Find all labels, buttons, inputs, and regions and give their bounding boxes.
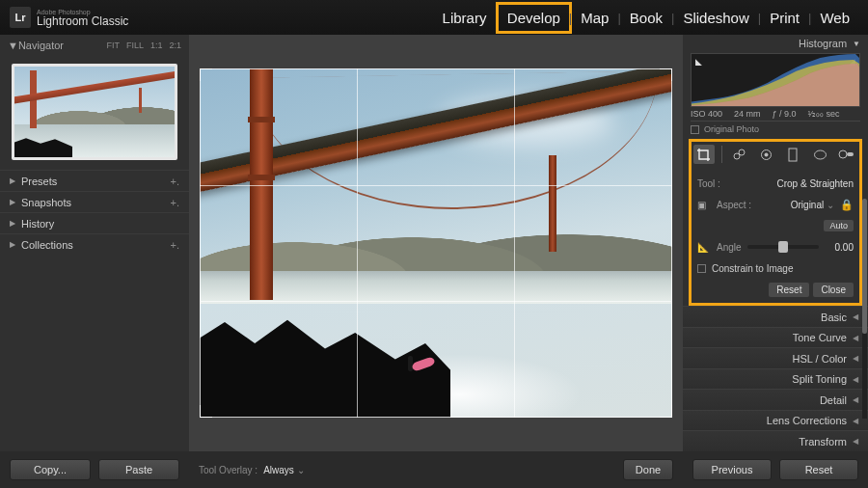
done-button[interactable]: Done <box>623 459 673 480</box>
develop-toolstrip <box>689 139 862 167</box>
svg-rect-7 <box>847 152 854 156</box>
svg-point-3 <box>765 152 769 156</box>
panel-basic[interactable]: Basic◀ <box>683 306 868 327</box>
tool-overlay-dropdown[interactable]: Always ⌄ <box>263 465 304 475</box>
subject-surfer <box>408 356 413 371</box>
panel-tone-curve[interactable]: Tone Curve◀ <box>683 327 868 348</box>
navigator-zoom-modes[interactable]: FIT FILL 1:1 2:1 <box>106 41 181 50</box>
chevron-down-icon: ▼ <box>853 40 860 48</box>
exif-strip: ISO 40024 mmƒ / 9.0¹⁄₂₀₀ sec <box>691 107 860 122</box>
panel-lens-corrections[interactable]: Lens Corrections◀ <box>683 410 868 431</box>
right-panel-scrollbar[interactable] <box>862 199 867 419</box>
image-preview[interactable] <box>200 68 672 418</box>
panel-split-toning[interactable]: Split Toning◀ <box>683 368 868 390</box>
app-name: Lightroom Classic <box>37 15 128 27</box>
module-print[interactable]: Print <box>761 5 808 31</box>
tool-adjustment-brush[interactable] <box>836 145 857 164</box>
tool-overlay-label: Tool Overlay : <box>199 465 258 475</box>
lock-icon[interactable]: 🔒 <box>840 199 854 211</box>
module-library[interactable]: Library <box>434 5 496 31</box>
original-photo-toggle[interactable]: Original Photo <box>691 122 860 138</box>
panel-detail[interactable]: Detail◀ <box>683 389 868 410</box>
panel-collections[interactable]: ▶Collections+. <box>0 233 189 255</box>
navigator-header[interactable]: ▼ Navigator FIT FILL 1:1 2:1 <box>0 35 189 56</box>
right-panel: Histogram▼ ◣ ◢ ISO 40024 mmƒ / 9.0¹⁄₂₀₀ … <box>683 35 868 451</box>
main-area: ▼ Navigator FIT FILL 1:1 2:1 ▶Presets+. … <box>0 35 868 451</box>
tool-label: Tool : <box>697 178 720 189</box>
histogram[interactable]: ◣ ◢ <box>691 53 860 107</box>
tool-crop[interactable] <box>693 145 715 164</box>
svg-point-1 <box>739 149 745 155</box>
logo-icon: Lr <box>10 7 31 28</box>
auto-straighten-button[interactable]: Auto <box>824 220 854 231</box>
develop-canvas[interactable] <box>189 35 683 451</box>
copy-settings-button[interactable]: Copy... <box>10 459 91 480</box>
constrain-checkbox[interactable] <box>697 264 706 273</box>
module-web[interactable]: Web <box>811 5 858 31</box>
svg-point-6 <box>839 150 847 158</box>
tool-redeye[interactable] <box>756 145 777 164</box>
crop-panel: Tool : Crop & Straighten ▣ Aspect : Orig… <box>689 167 862 306</box>
reset-button[interactable]: Reset <box>779 459 858 480</box>
crop-reset-button[interactable]: Reset <box>769 283 809 297</box>
aspect-label: Aspect : <box>717 200 751 210</box>
panel-transform[interactable]: Transform◀ <box>683 430 868 451</box>
tool-name: Crop & Straighten <box>777 178 854 189</box>
tool-graduated-filter[interactable] <box>782 145 803 164</box>
app-logo: Lr Adobe Photoshop Lightroom Classic <box>10 7 128 28</box>
bottom-bar: Copy... Paste Tool Overlay : Always ⌄ Do… <box>0 451 868 488</box>
paste-settings-button[interactable]: Paste <box>98 459 179 480</box>
aspect-icon[interactable]: ▣ <box>697 200 711 210</box>
checkbox-icon[interactable] <box>691 125 699 134</box>
left-panel: ▼ Navigator FIT FILL 1:1 2:1 ▶Presets+. … <box>0 35 189 451</box>
panel-presets[interactable]: ▶Presets+. <box>0 170 189 191</box>
top-bar: Lr Adobe Photoshop Lightroom Classic Lib… <box>0 0 868 35</box>
module-slideshow[interactable]: Slideshow <box>674 5 757 31</box>
panel-snapshots[interactable]: ▶Snapshots+. <box>0 191 189 212</box>
navigator-thumbnail[interactable] <box>12 64 177 160</box>
angle-icon[interactable]: 📐 <box>697 242 711 253</box>
navigator-label: Navigator <box>18 40 64 51</box>
previous-button[interactable]: Previous <box>692 459 772 480</box>
tool-spot-removal[interactable] <box>729 145 750 164</box>
angle-value[interactable]: 0.00 <box>825 242 854 253</box>
angle-label: Angle <box>717 242 742 253</box>
panel-hsl-color[interactable]: HSL / Color◀ <box>683 347 868 368</box>
module-book[interactable]: Book <box>621 5 671 31</box>
histogram-header[interactable]: Histogram▼ <box>683 35 868 53</box>
constrain-label: Constrain to Image <box>712 263 794 274</box>
module-picker: Library| Develop| Map| Book| Slideshow| … <box>434 5 858 31</box>
chevron-down-icon: ▼ <box>8 40 18 51</box>
aspect-value[interactable]: Original ⌄ <box>791 200 834 210</box>
svg-point-5 <box>814 150 826 159</box>
tool-radial-filter[interactable] <box>809 145 830 164</box>
svg-rect-4 <box>789 149 797 161</box>
angle-slider[interactable] <box>747 245 819 249</box>
module-develop[interactable]: Develop <box>499 5 569 31</box>
panel-history[interactable]: ▶History <box>0 212 189 233</box>
crop-close-button[interactable]: Close <box>813 283 854 297</box>
module-map[interactable]: Map <box>572 5 617 31</box>
